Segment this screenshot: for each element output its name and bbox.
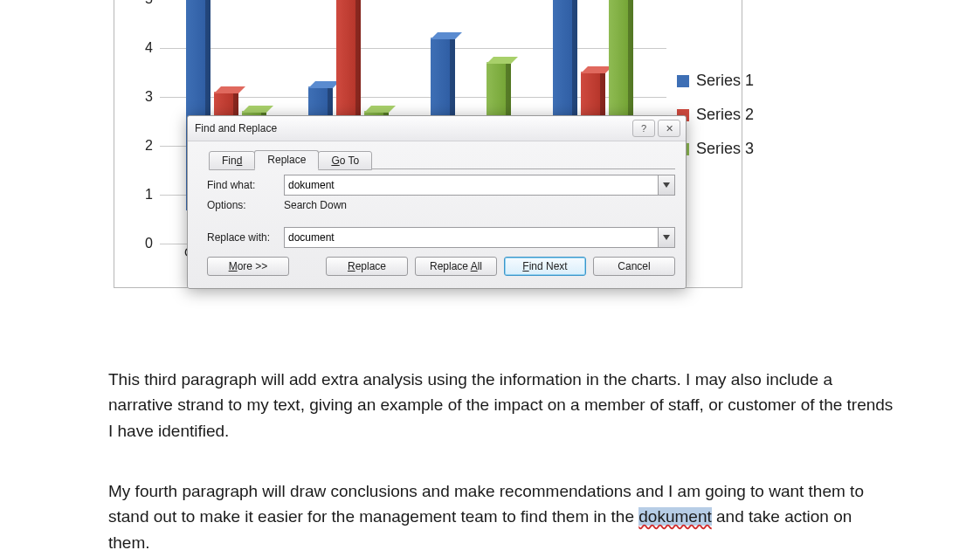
tab-goto[interactable]: Go To bbox=[318, 151, 372, 170]
dialog-title: Find and Replace bbox=[195, 122, 630, 134]
ytick-3: 3 bbox=[134, 89, 153, 105]
find-replace-dialog: Find and Replace ? ✕ Find Replace Go To … bbox=[187, 115, 687, 289]
ytick-1: 1 bbox=[134, 187, 153, 203]
tab-find[interactable]: Find bbox=[209, 151, 255, 170]
legend-swatch-1 bbox=[677, 75, 689, 87]
cancel-button[interactable]: Cancel bbox=[593, 257, 675, 276]
find-what-input[interactable] bbox=[284, 175, 658, 196]
replace-with-input[interactable] bbox=[284, 227, 658, 248]
legend-label-1: Series 1 bbox=[696, 72, 754, 90]
close-button[interactable]: ✕ bbox=[658, 120, 680, 137]
close-icon: ✕ bbox=[666, 123, 673, 134]
legend-label-2: Series 2 bbox=[696, 106, 754, 124]
legend-item-2: Series 2 bbox=[677, 106, 754, 124]
ytick-0: 0 bbox=[134, 236, 153, 251]
ytick-4: 4 bbox=[134, 40, 153, 56]
find-next-button[interactable]: Find Next bbox=[504, 257, 586, 276]
legend-item-1: Series 1 bbox=[677, 72, 754, 90]
paragraph-4[interactable]: My fourth paragraph will draw conclusion… bbox=[108, 478, 894, 555]
more-button[interactable]: More >> bbox=[207, 257, 289, 276]
replace-with-dropdown[interactable] bbox=[658, 227, 675, 248]
ytick-2: 2 bbox=[134, 138, 153, 154]
dialog-titlebar[interactable]: Find and Replace ? ✕ bbox=[188, 116, 686, 141]
highlighted-match: dokument bbox=[638, 507, 711, 526]
ytick-5: 5 bbox=[134, 0, 153, 7]
find-what-label: Find what: bbox=[198, 179, 284, 191]
replace-button[interactable]: Replace bbox=[326, 257, 408, 276]
help-button[interactable]: ? bbox=[632, 120, 655, 137]
help-icon: ? bbox=[641, 123, 646, 134]
chart-legend: Series 1 Series 2 Series 3 bbox=[677, 72, 754, 174]
chevron-down-icon bbox=[663, 182, 670, 188]
tab-replace[interactable]: Replace bbox=[254, 150, 319, 169]
paragraph-3[interactable]: This third paragraph will add extra anal… bbox=[108, 367, 894, 444]
replace-all-button[interactable]: Replace All bbox=[415, 257, 497, 276]
legend-label-3: Series 3 bbox=[696, 140, 754, 158]
find-what-dropdown[interactable] bbox=[658, 175, 675, 196]
replace-with-label: Replace with: bbox=[198, 231, 284, 244]
legend-item-3: Series 3 bbox=[677, 140, 754, 158]
chevron-down-icon bbox=[663, 235, 670, 240]
options-label: Options: bbox=[198, 199, 284, 211]
options-value: Search Down bbox=[284, 199, 347, 211]
tabstrip: Find Replace Go To bbox=[209, 150, 675, 169]
